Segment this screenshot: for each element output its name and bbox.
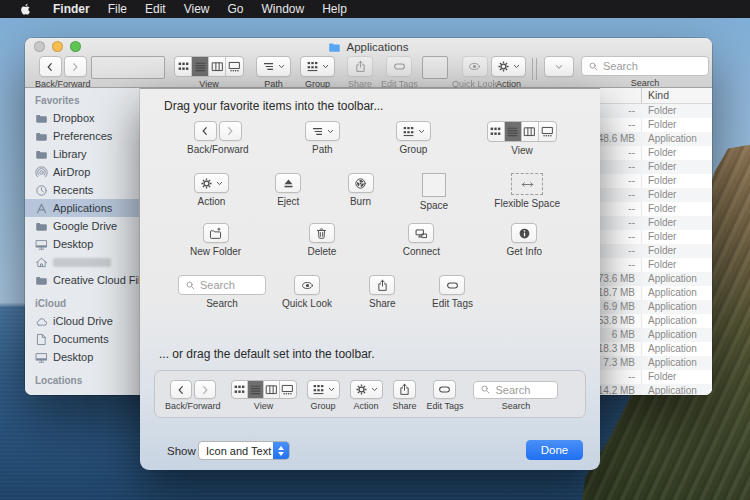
toolbar-item-overflow[interactable] xyxy=(544,56,574,77)
show-mode-popup[interactable]: Icon and Text xyxy=(198,441,290,460)
edit-tags-button[interactable] xyxy=(433,380,456,399)
toolbar-item-path[interactable]: Path xyxy=(256,56,291,89)
action-button[interactable] xyxy=(491,56,526,77)
default-toolbar-set[interactable]: Back/ForwardViewGroupActionShareEdit Tag… xyxy=(154,370,586,418)
edit-tags-button[interactable] xyxy=(386,56,412,77)
group-button[interactable] xyxy=(300,56,335,77)
sheet-item-eject[interactable]: Eject xyxy=(275,173,301,211)
icon-view-segment[interactable] xyxy=(232,381,248,398)
forward-button[interactable] xyxy=(219,121,242,141)
sidebar-item-library[interactable]: Library xyxy=(25,145,139,163)
menu-item-go[interactable]: Go xyxy=(219,0,253,18)
column-view-segment[interactable] xyxy=(264,381,280,398)
sheet-item-search[interactable]: Search xyxy=(178,275,266,309)
sheet-item-action[interactable]: Action xyxy=(194,173,229,211)
sidebar-item-preferences[interactable]: Preferences xyxy=(25,127,139,145)
toolbar-item-action[interactable]: Action xyxy=(491,56,526,89)
sidebar-item-applications[interactable]: Applications xyxy=(25,199,139,217)
back-button[interactable] xyxy=(170,380,192,399)
sheet-item-delete[interactable]: Delete xyxy=(308,223,337,257)
sheet-item-flexible-space[interactable]: Flexible Space xyxy=(494,173,560,211)
toolbar-item-edit-tags[interactable]: Edit Tags xyxy=(381,56,418,89)
sidebar-item-creative-cloud-files[interactable]: Creative Cloud Files xyxy=(25,271,139,289)
share-button[interactable] xyxy=(393,380,416,399)
delete-button[interactable] xyxy=(309,223,335,243)
action-button[interactable] xyxy=(194,173,229,193)
forward-button[interactable] xyxy=(64,56,87,77)
list-view-segment[interactable] xyxy=(505,122,522,141)
connect-button[interactable] xyxy=(408,223,434,243)
default-item-search[interactable]: Search xyxy=(473,381,558,411)
quick-look-button[interactable] xyxy=(462,56,488,77)
gallery-view-segment[interactable] xyxy=(539,122,556,141)
search-field[interactable] xyxy=(581,56,709,76)
menu-item-finder[interactable]: Finder xyxy=(44,0,99,18)
sidebar-item-recents[interactable]: Recents xyxy=(25,181,139,199)
sheet-item-back-forward[interactable]: Back/Forward xyxy=(187,121,249,156)
sidebar-item-documents[interactable]: Documents xyxy=(25,330,139,348)
sidebar-item-desktop[interactable]: Desktop xyxy=(25,235,139,253)
sheet-item-new-folder[interactable]: New Folder xyxy=(190,223,241,257)
sheet-item-get-info[interactable]: Get Info xyxy=(506,223,542,257)
done-button[interactable]: Done xyxy=(526,440,583,460)
overflow-button[interactable] xyxy=(544,56,574,77)
share-button[interactable] xyxy=(369,275,395,295)
group-button[interactable] xyxy=(307,380,340,399)
search-input[interactable] xyxy=(200,279,259,291)
sheet-item-path[interactable]: Path xyxy=(305,121,340,156)
back-button[interactable] xyxy=(194,121,217,141)
sidebar-item-airdrop[interactable]: AirDrop xyxy=(25,163,139,181)
burn-button[interactable] xyxy=(348,173,374,193)
get-info-button[interactable] xyxy=(511,223,537,243)
menu-item-view[interactable]: View xyxy=(175,0,219,18)
column-view-segment[interactable] xyxy=(209,57,226,76)
quick-look-button[interactable] xyxy=(294,275,320,295)
menu-item-edit[interactable]: Edit xyxy=(136,0,175,18)
list-view-segment[interactable] xyxy=(192,57,209,76)
default-item-back-forward[interactable]: Back/Forward xyxy=(165,380,221,411)
toolbar-item-empty-slot-small[interactable] xyxy=(422,56,448,79)
default-item-edit-tags[interactable]: Edit Tags xyxy=(427,380,464,411)
search-field[interactable] xyxy=(178,275,266,295)
new-folder-button[interactable] xyxy=(203,223,229,243)
menu-item-window[interactable]: Window xyxy=(253,0,314,18)
search-input[interactable] xyxy=(603,60,702,72)
kind-column-header[interactable]: Kind xyxy=(648,89,669,101)
sheet-item-space[interactable]: Space xyxy=(420,173,448,211)
default-item-view[interactable]: View xyxy=(231,380,297,411)
forward-button[interactable] xyxy=(194,380,216,399)
path-button[interactable] xyxy=(256,56,291,77)
sidebar-item-icloud-drive[interactable]: iCloud Drive xyxy=(25,312,139,330)
toolbar-item-empty-slot[interactable] xyxy=(91,56,165,79)
sheet-item-connect[interactable]: Connect xyxy=(403,223,440,257)
path-button[interactable] xyxy=(305,121,340,141)
sheet-item-view[interactable]: View xyxy=(487,121,557,156)
toolbar-item-view[interactable]: View xyxy=(174,56,244,89)
sheet-item-quick-look[interactable]: Quick Look xyxy=(282,275,332,309)
toolbar-item-search[interactable]: Search xyxy=(581,56,709,88)
share-button[interactable] xyxy=(347,56,373,77)
default-item-action[interactable]: Action xyxy=(350,380,383,411)
default-item-group[interactable]: Group xyxy=(307,380,340,411)
toolbar-item-share[interactable]: Share xyxy=(347,56,373,89)
group-button[interactable] xyxy=(396,121,431,141)
sheet-item-group[interactable]: Group xyxy=(396,121,431,156)
eject-button[interactable] xyxy=(275,173,301,193)
back-button[interactable] xyxy=(39,56,62,77)
sidebar-item-home[interactable] xyxy=(25,253,139,271)
toolbar-item-back-forward[interactable]: Back/Forward xyxy=(35,56,91,89)
sidebar-item-desktop[interactable]: Desktop xyxy=(25,348,139,366)
list-view-segment[interactable] xyxy=(248,381,264,398)
icon-view-segment[interactable] xyxy=(175,57,192,76)
menu-item-help[interactable]: Help xyxy=(313,0,356,18)
column-view-segment[interactable] xyxy=(522,122,539,141)
edit-tags-button[interactable] xyxy=(439,275,465,295)
menu-item-file[interactable]: File xyxy=(99,0,136,18)
sidebar-item-google-drive[interactable]: Google Drive xyxy=(25,217,139,235)
sheet-item-edit-tags[interactable]: Edit Tags xyxy=(432,275,473,309)
icon-view-segment[interactable] xyxy=(488,122,505,141)
sidebar-item-dropbox[interactable]: Dropbox xyxy=(25,109,139,127)
sheet-item-burn[interactable]: Burn xyxy=(348,173,374,211)
search-field[interactable] xyxy=(473,381,558,399)
sheet-item-share[interactable]: Share xyxy=(369,275,396,309)
